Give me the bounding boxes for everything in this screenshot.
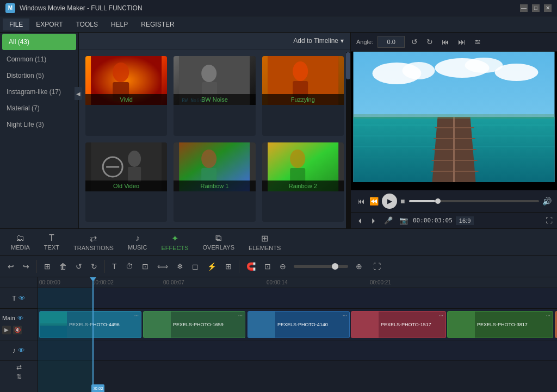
- skip-back-btn[interactable]: ⏮: [356, 196, 366, 207]
- snap-btn[interactable]: 🧲: [243, 260, 259, 273]
- effect-bwnoise[interactable]: BW Noise BW Noise: [174, 56, 255, 136]
- delete-btn[interactable]: 🗑: [56, 260, 70, 273]
- zoom-minus-btn[interactable]: ⊖: [276, 260, 289, 273]
- prev-btn[interactable]: ⏪: [368, 196, 380, 207]
- tab-overlays[interactable]: ⧉ OVERLAYS: [196, 231, 242, 253]
- main-track-vol-btn[interactable]: ▶: [2, 326, 11, 334]
- next-clip-icon[interactable]: ⏵: [369, 215, 379, 226]
- clip-menu-3[interactable]: ···: [343, 313, 347, 319]
- prev-clip-icon[interactable]: ⏴: [355, 215, 366, 226]
- tab-music[interactable]: ♪ MUSIC: [121, 231, 153, 253]
- tab-text[interactable]: T TEXT: [38, 231, 66, 253]
- crop-btn2[interactable]: ⊡: [139, 260, 152, 273]
- filter-common[interactable]: Common (11): [0, 51, 78, 67]
- main-track-mute-btn[interactable]: 🔇: [13, 326, 22, 334]
- maximize-button[interactable]: □: [532, 4, 540, 12]
- effect-fuzzying-label: Fuzzying: [262, 94, 344, 105]
- clip-menu-2[interactable]: ···: [238, 313, 243, 319]
- add-to-timeline-btn[interactable]: Add to Timeline ▾: [293, 37, 344, 45]
- clip-menu-1[interactable]: ···: [134, 313, 139, 319]
- clip-pexels-4496[interactable]: PEXELS-PHOTO-4496 ···: [39, 311, 141, 338]
- main-track-eye[interactable]: 👁: [17, 315, 23, 321]
- tab-media[interactable]: 🗂 MEDIA: [4, 231, 36, 253]
- effects-scrollbar[interactable]: [346, 52, 350, 228]
- ruler-00: 00:00:00: [39, 279, 60, 285]
- menu-file[interactable]: FILE: [3, 18, 29, 30]
- filter-all[interactable]: All (43): [2, 34, 76, 50]
- rotate-cw-btn[interactable]: ↻: [424, 36, 435, 47]
- rotate-right-btn[interactable]: ↻: [88, 260, 101, 273]
- clip-pexels-3817[interactable]: PEXELS-PHOTO-3817 ···: [447, 311, 553, 338]
- tab-transitions[interactable]: ⇄ TRANSITIONS: [67, 231, 120, 253]
- clip-menu-4[interactable]: ···: [439, 313, 443, 319]
- rotate-ccw-btn[interactable]: ↺: [409, 36, 420, 47]
- text-track-eye[interactable]: 👁: [18, 294, 26, 302]
- effect-rainbow1[interactable]: Rainbow 1: [174, 142, 255, 222]
- text-btn[interactable]: T: [109, 260, 120, 273]
- clock-btn[interactable]: ⏱: [122, 260, 137, 273]
- music-track-eye[interactable]: 👁: [18, 346, 25, 354]
- split-btn[interactable]: ⚡: [204, 260, 220, 273]
- camera-icon[interactable]: 📷: [398, 215, 410, 226]
- redo-btn[interactable]: ↪: [20, 260, 33, 273]
- clip-menu-5[interactable]: ···: [546, 313, 550, 319]
- tab-transitions-label: TRANSITIONS: [73, 245, 114, 251]
- next-frame-btn[interactable]: ⏭: [456, 36, 468, 47]
- tab-effects-label: EFFECTS: [161, 245, 188, 251]
- settings-btn[interactable]: ⊞: [41, 260, 54, 273]
- zoom-plus-btn[interactable]: ⊕: [352, 260, 366, 273]
- menu-tools[interactable]: TOOLS: [69, 18, 104, 30]
- effect-vivid[interactable]: Vivid: [85, 56, 167, 136]
- stop-btn[interactable]: ■: [399, 196, 406, 207]
- minimize-button[interactable]: —: [520, 4, 528, 12]
- rotate-left-btn[interactable]: ↺: [72, 260, 85, 273]
- menu-export[interactable]: EXPORT: [29, 18, 69, 30]
- track-down-arrow[interactable]: ⇅: [16, 373, 22, 381]
- audio-settings-btn[interactable]: ≋: [472, 36, 483, 47]
- angle-input[interactable]: [377, 36, 405, 48]
- fullscreen-timeline-btn[interactable]: ⛶: [370, 260, 384, 273]
- tab-elements[interactable]: ⊞ ELEMENTS: [242, 231, 287, 253]
- filter-instagram[interactable]: Instagram-like (17): [0, 84, 78, 100]
- volume-icon[interactable]: 🔊: [542, 197, 552, 206]
- tab-media-label: MEDIA: [11, 244, 30, 251]
- fit-btn[interactable]: ◻: [189, 260, 202, 273]
- grid-btn[interactable]: ⊞: [222, 260, 235, 273]
- video-preview: [351, 52, 557, 190]
- clip-pexels-1659[interactable]: PEXELS-PHOTO-1659 ···: [143, 311, 245, 338]
- close-button[interactable]: ✕: [544, 4, 552, 12]
- play-btn[interactable]: ▶: [382, 194, 397, 209]
- clip-label-1: PEXELS-PHOTO-4496: [67, 321, 141, 328]
- effect-rainbow2[interactable]: Rainbow 2: [262, 142, 344, 222]
- effect-fuzzying[interactable]: Fuzzying: [262, 56, 344, 136]
- sep-1: [36, 260, 37, 273]
- fullscreen-btn[interactable]: ⛶: [546, 216, 553, 225]
- move-btn[interactable]: ⟺: [154, 260, 171, 273]
- menu-help[interactable]: HELP: [104, 18, 134, 30]
- transitions-icon: ⇄: [90, 233, 97, 244]
- timeline-container: T 👁 Main 👁 ▶ 🔇 ♪ 👁 ⇄: [0, 277, 557, 392]
- prev-frame-btn[interactable]: ⏮: [440, 36, 451, 47]
- menu-register[interactable]: REGISTER: [134, 18, 181, 30]
- clip-pexels-4140[interactable]: PEXELS-PHOTO-4140 ···: [247, 311, 350, 338]
- progress-bar[interactable]: [409, 200, 539, 202]
- clip-extra[interactable]: [555, 311, 557, 338]
- effect-rainbow2-label: Rainbow 2: [262, 181, 344, 191]
- lock-btn[interactable]: ⊡: [261, 260, 274, 273]
- clip-label-4: PEXELS-PHOTO-1517: [379, 321, 445, 328]
- mic-icon[interactable]: 🎤: [382, 215, 394, 226]
- zoom-slider[interactable]: [294, 265, 348, 268]
- clip-pexels-1517[interactable]: PEXELS-PHOTO-1517 ···: [351, 311, 446, 338]
- effect-oldvideo[interactable]: Old Video: [85, 142, 167, 222]
- undo-btn[interactable]: ↩: [4, 260, 17, 273]
- action-toolbar: ↩ ↪ ⊞ 🗑 ↺ ↻ T ⏱ ⊡ ⟺ ❄ ◻ ⚡ ⊞ 🧲 ⊡ ⊖ ⊕ ⛶: [0, 256, 557, 277]
- sep-3: [239, 260, 239, 273]
- collapse-panel-btn[interactable]: ◀: [75, 87, 82, 100]
- track-up-arrow[interactable]: ⇄: [16, 363, 22, 371]
- filter-material[interactable]: Material (7): [0, 100, 78, 116]
- preview-image: [351, 52, 557, 182]
- tab-effects[interactable]: ✦ EFFECTS: [154, 231, 195, 253]
- filter-distortion[interactable]: Distortion (5): [0, 67, 78, 84]
- freeze-btn[interactable]: ❄: [174, 260, 187, 273]
- filter-nightlife[interactable]: Night Life (3): [0, 116, 78, 133]
